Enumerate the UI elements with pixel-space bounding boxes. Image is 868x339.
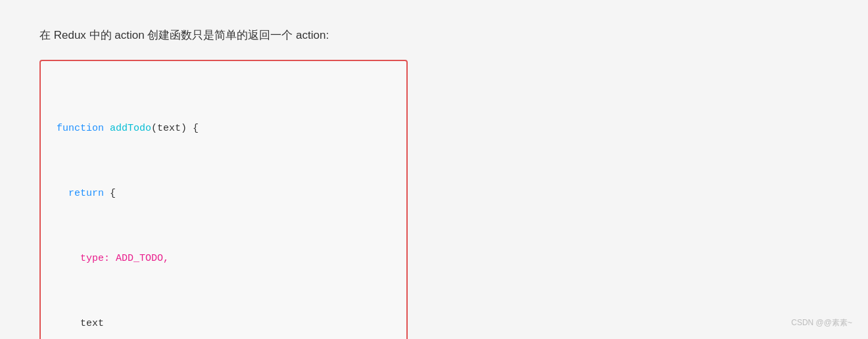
content-wrapper: 在 Redux 中的 action 创建函数只是简单的返回一个 action: … xyxy=(39,26,631,339)
code-type-val: ADD_TODO, xyxy=(110,253,169,264)
keyword-return: return xyxy=(68,188,104,199)
code-type-prop: type: xyxy=(80,253,110,264)
code-line-1: function addTodo(text) { xyxy=(57,118,391,139)
code-block: function addTodo(text) { return { type: … xyxy=(57,74,391,339)
intro-paragraph: 在 Redux 中的 action 创建函数只是简单的返回一个 action: xyxy=(39,26,631,44)
code-line-4: text xyxy=(57,313,391,334)
code-text-prop: text xyxy=(80,318,104,329)
code-params: (text) { xyxy=(151,123,199,134)
watermark: CSDN @@素素~ xyxy=(791,317,852,328)
code-line-3: type: ADD_TODO, xyxy=(57,248,391,269)
code-line-2: return { xyxy=(57,183,391,204)
keyword-function: function xyxy=(57,123,104,134)
function-name: addTodo xyxy=(110,123,151,134)
code-block-container: function addTodo(text) { return { type: … xyxy=(39,60,408,339)
code-open-brace: { xyxy=(104,188,116,199)
